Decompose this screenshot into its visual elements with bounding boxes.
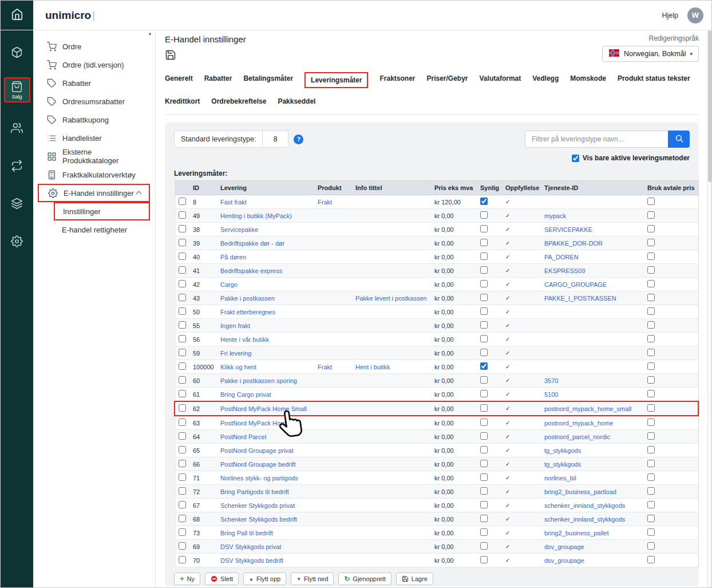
levering-link[interactable]: Pakke i postkassen [220, 295, 275, 302]
synlig-checkbox[interactable] [480, 335, 488, 342]
menu-item-rabatter[interactable]: Rabatter [38, 74, 150, 92]
menu-item-fraktkalkulatorverkt-y[interactable]: Fraktkalkulatorverktøy [38, 165, 150, 184]
scroll-up-arrow[interactable]: ▲ [148, 31, 152, 36]
menu-item-e-handel-rettigheter[interactable]: E-handel rettigheter [54, 220, 150, 239]
menu-item-ordre[interactable]: Ordre [38, 37, 150, 56]
row-select-checkbox[interactable] [179, 211, 186, 219]
table-row[interactable]: 56Hente i vår butikkkr 0,00✓ [175, 333, 698, 346]
row-select-checkbox[interactable] [179, 542, 186, 550]
synlig-checkbox[interactable] [480, 473, 488, 481]
menu-item-innstillinger[interactable]: Innstillinger [54, 202, 150, 220]
info-tittel-link[interactable]: Pakke levert i postkassen [355, 295, 427, 302]
lagre-button[interactable]: Lagre [396, 573, 433, 585]
synlig-checkbox[interactable] [480, 404, 488, 412]
row-select-checkbox[interactable] [179, 280, 186, 287]
avtale-pris-checkbox[interactable] [647, 473, 655, 481]
synlig-checkbox[interactable] [480, 321, 488, 329]
tjeneste-id-link[interactable]: SERVICEPAKKE [544, 226, 592, 233]
synlig-checkbox[interactable] [480, 542, 488, 550]
tjeneste-id-link[interactable]: schenker_innland_stykkgods [544, 502, 625, 509]
table-row[interactable]: 59Fri leveringkr 0,00✓ [175, 346, 698, 360]
tjeneste-id-link[interactable]: tg_stykkgods [544, 461, 581, 468]
rail-item-customers[interactable] [4, 115, 30, 140]
tjeneste-id-link[interactable]: PA_DOREN [544, 254, 579, 261]
avtale-pris-checkbox[interactable] [647, 404, 655, 412]
table-row[interactable]: 42Cargokr 0,00✓CARGO_GROUPAGE [175, 278, 698, 291]
levering-link[interactable]: Norlines stykk- og partigods [220, 475, 298, 482]
table-row[interactable]: 69DSV Stykkgods privatkr 0,00✓dsv_groupa… [175, 540, 698, 554]
tab-vedlegg[interactable]: Vedlegg [532, 72, 559, 88]
filter-input[interactable] [525, 131, 668, 148]
home-button[interactable] [1, 1, 33, 30]
avtale-pris-checkbox[interactable] [647, 460, 655, 467]
slett-button[interactable]: Slett [205, 573, 239, 585]
synlig-checkbox[interactable] [480, 294, 488, 301]
tjeneste-id-link[interactable]: norlines_bil [544, 475, 576, 482]
synlig-checkbox[interactable] [480, 419, 488, 426]
levering-link[interactable]: Bring Cargo privat [220, 391, 271, 398]
tjeneste-id-link[interactable]: mypack [544, 212, 566, 219]
rail-item-transfers[interactable] [4, 153, 30, 178]
levering-link[interactable]: PostNord Parcel [220, 433, 266, 440]
avatar[interactable]: W [687, 7, 703, 23]
levering-link[interactable]: Bedriftspakke dør - dør [220, 240, 284, 247]
levering-link[interactable]: Schenker Stykkgods privat [220, 502, 295, 509]
tjeneste-id-link[interactable]: postnord_mypack_home [544, 420, 613, 427]
row-select-checkbox[interactable] [179, 307, 186, 315]
row-select-checkbox[interactable] [179, 362, 186, 370]
row-select-checkbox[interactable] [179, 390, 186, 397]
synlig-checkbox[interactable] [480, 211, 488, 219]
table-row[interactable]: 55Ingen fraktkr 0,00✓ [175, 319, 698, 333]
avtale-pris-checkbox[interactable] [647, 501, 655, 508]
tjeneste-id-link[interactable]: BPAKKE_DOR-DOR [544, 240, 603, 247]
rail-item-sales[interactable]: Salg [4, 77, 30, 102]
tjeneste-id-link[interactable]: bring2_business_partload [544, 488, 616, 495]
table-row[interactable]: 43Pakke i postkassenPakke levert i postk… [175, 291, 698, 305]
synlig-checkbox[interactable] [480, 528, 488, 536]
avtale-pris-checkbox[interactable] [647, 542, 655, 550]
avtale-pris-checkbox[interactable] [647, 487, 655, 495]
row-select-checkbox[interactable] [179, 515, 186, 522]
table-row[interactable]: 67Schenker Stykkgods privatkr 0,00✓schen… [175, 499, 698, 512]
synlig-checkbox[interactable] [480, 349, 488, 356]
avtale-pris-checkbox[interactable] [647, 321, 655, 329]
table-row[interactable]: 71Norlines stykk- og partigodskr 0,00✓no… [175, 471, 698, 485]
menu-item-handlelister[interactable]: Handlelister [38, 129, 150, 147]
info-tittel-link[interactable]: Hent i butikk [355, 364, 390, 370]
avtale-pris-checkbox[interactable] [647, 528, 655, 536]
help-icon[interactable]: ? [294, 135, 303, 144]
synlig-checkbox[interactable] [480, 266, 488, 274]
table-row[interactable]: 8Fast fraktFraktkr 120,00✓ [175, 195, 698, 209]
avtale-pris-checkbox[interactable] [647, 307, 655, 315]
avtale-pris-checkbox[interactable] [647, 362, 655, 370]
tab-priser-gebyr[interactable]: Priser/Gebyr [426, 72, 468, 88]
row-select-checkbox[interactable] [179, 376, 186, 384]
tjeneste-id-link[interactable]: tg_stykkgods [544, 447, 581, 454]
row-select-checkbox[interactable] [179, 460, 186, 467]
tjeneste-id-link[interactable]: 3570 [544, 377, 558, 384]
menu-item-rabattkupong[interactable]: Rabattkupong [38, 111, 150, 129]
row-select-checkbox[interactable] [179, 419, 186, 426]
rail-item-orders[interactable] [4, 40, 30, 65]
row-select-checkbox[interactable] [179, 446, 186, 453]
avtale-pris-checkbox[interactable] [647, 376, 655, 384]
synlig-checkbox[interactable] [480, 487, 488, 495]
table-row[interactable]: 100000Klikk og hentFraktHent i butikkkr … [175, 360, 698, 374]
tab-valutaformat[interactable]: Valutaformat [480, 72, 521, 88]
row-select-checkbox[interactable] [179, 501, 186, 508]
synlig-checkbox[interactable] [480, 307, 488, 315]
flytt-ned-button[interactable]: ▼Flytt ned [291, 573, 334, 585]
levering-link[interactable]: Hente i vår butikk [220, 336, 269, 343]
levering-link[interactable]: PostNord Groupage bedrift [220, 461, 295, 468]
table-row[interactable]: 72Bring Partigods til bedriftkr 0,00✓bri… [175, 485, 698, 499]
scrollbar-thumb[interactable] [708, 30, 711, 182]
table-row[interactable]: 66PostNord Groupage bedriftkr 0,00✓tg_st… [175, 457, 698, 471]
tab-generelt[interactable]: Generelt [165, 72, 193, 88]
tjeneste-id-link[interactable]: schenker_innland_stykkgods [544, 516, 625, 523]
levering-link[interactable]: DSV Stykkgods bedrift [220, 557, 283, 564]
synlig-checkbox[interactable] [480, 515, 488, 522]
tab-betalingsm-ter[interactable]: Betalingsmåter [243, 72, 293, 88]
avtale-pris-checkbox[interactable] [647, 515, 655, 522]
table-row[interactable]: 64PostNord Parcelkr 0,00✓postnord_parcel… [175, 430, 698, 444]
language-dropdown[interactable]: Norwegian, Bokmål ▾ [602, 46, 699, 62]
